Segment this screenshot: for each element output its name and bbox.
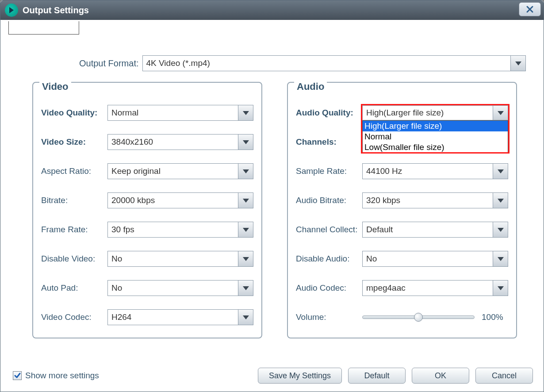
chevron-down-icon	[238, 105, 253, 120]
audio-bitrate-combo[interactable]: 320 kbps	[362, 192, 508, 208]
audio-quality-label: Audio Quality:	[296, 108, 362, 118]
app-logo-icon	[5, 4, 18, 17]
volume-label: Volume:	[296, 312, 362, 322]
chevron-down-icon	[238, 222, 253, 237]
volume-percent: 100%	[482, 312, 508, 322]
audio-codec-label: Audio Codec:	[296, 283, 362, 293]
disable-audio-label: Disable Audio:	[296, 254, 362, 264]
channel-collect-label: Channel Collect:	[296, 225, 362, 234]
video-quality-combo[interactable]: Normal	[107, 105, 253, 121]
chevron-down-icon	[238, 281, 253, 296]
video-quality-label: Video Quality:	[41, 108, 107, 118]
audio-quality-option[interactable]: High(Larger file size)	[363, 121, 508, 131]
video-size-combo[interactable]: 3840x2160	[107, 134, 253, 150]
audio-quality-dropdown: High(Larger file size) Normal Low(Smalle…	[362, 120, 508, 153]
channels-label: Channels:	[296, 137, 362, 147]
cancel-button[interactable]: Cancel	[475, 368, 533, 384]
disable-audio-combo[interactable]: No	[362, 251, 508, 267]
output-format-row: Output Format: 4K Video (*.mp4)	[79, 55, 526, 71]
video-size-label: Video Size:	[41, 137, 107, 147]
chevron-down-icon	[510, 56, 525, 71]
audio-quality-option[interactable]: Normal	[363, 131, 508, 142]
chevron-down-icon	[238, 164, 253, 179]
channel-collect-combo[interactable]: Default	[362, 222, 508, 238]
chevron-down-icon	[493, 164, 508, 179]
frame-rate-label: Frame Rate:	[41, 225, 107, 234]
video-fieldset: Video Video Quality: Normal Video Size: …	[32, 82, 262, 338]
audio-quality-combo[interactable]: High(Larger file size)	[362, 105, 508, 120]
titlebar: Output Settings	[0, 0, 544, 20]
ok-button[interactable]: OK	[412, 368, 469, 384]
video-bitrate-label: Bitrate:	[41, 196, 107, 205]
sample-rate-label: Sample Rate:	[296, 166, 362, 176]
output-format-combo[interactable]: 4K Video (*.mp4)	[142, 55, 526, 71]
audio-codec-combo[interactable]: mpeg4aac	[362, 280, 508, 296]
output-settings-dialog: Output Settings Output Format: 4K Video …	[0, 0, 544, 392]
chevron-down-icon	[493, 193, 508, 208]
save-settings-button[interactable]: Save My Settings	[258, 368, 342, 384]
video-codec-label: Video Codec:	[41, 312, 107, 322]
chevron-down-icon	[238, 310, 253, 325]
auto-pad-combo[interactable]: No	[107, 280, 253, 296]
chevron-down-icon	[493, 251, 508, 266]
chevron-down-icon	[493, 222, 508, 237]
output-format-value: 4K Video (*.mp4)	[143, 58, 511, 68]
chevron-down-icon	[493, 281, 508, 296]
aspect-ratio-combo[interactable]: Keep original	[107, 163, 253, 179]
check-icon	[14, 372, 21, 379]
show-more-checkbox[interactable]	[13, 371, 22, 380]
aspect-ratio-label: Aspect Ratio:	[41, 166, 107, 176]
dialog-body: Output Format: 4K Video (*.mp4) Video Vi…	[0, 20, 544, 392]
close-button[interactable]	[519, 2, 541, 16]
disable-video-label: Disable Video:	[41, 254, 107, 264]
chevron-down-icon	[238, 251, 253, 266]
window-title: Output Settings	[23, 5, 89, 15]
disable-video-combo[interactable]: No	[107, 251, 253, 267]
volume-thumb[interactable]	[414, 313, 423, 322]
chevron-down-icon	[238, 135, 253, 150]
auto-pad-label: Auto Pad:	[41, 283, 107, 293]
audio-bitrate-label: Audio Bitrate:	[296, 196, 362, 205]
default-button[interactable]: Default	[348, 368, 406, 384]
video-codec-combo[interactable]: H264	[107, 309, 253, 325]
tab-stub	[8, 21, 79, 35]
video-bitrate-combo[interactable]: 20000 kbps	[107, 192, 253, 208]
audio-fieldset: Audio Audio Quality: High(Larger file si…	[287, 82, 517, 338]
output-format-label: Output Format:	[79, 58, 139, 69]
chevron-down-icon	[493, 106, 508, 120]
close-icon	[525, 5, 534, 14]
show-more-label: Show more settings	[25, 371, 99, 380]
frame-rate-combo[interactable]: 30 fps	[107, 222, 253, 238]
footer: Show more settings Save My Settings Defa…	[13, 368, 533, 384]
volume-row: Volume: 100%	[296, 308, 508, 326]
volume-slider[interactable]	[362, 315, 475, 319]
video-legend: Video	[39, 81, 71, 92]
audio-quality-option[interactable]: Low(Smaller file size)	[363, 142, 508, 153]
chevron-down-icon	[238, 193, 253, 208]
audio-legend: Audio	[294, 81, 327, 92]
sample-rate-combo[interactable]: 44100 Hz	[362, 163, 508, 179]
